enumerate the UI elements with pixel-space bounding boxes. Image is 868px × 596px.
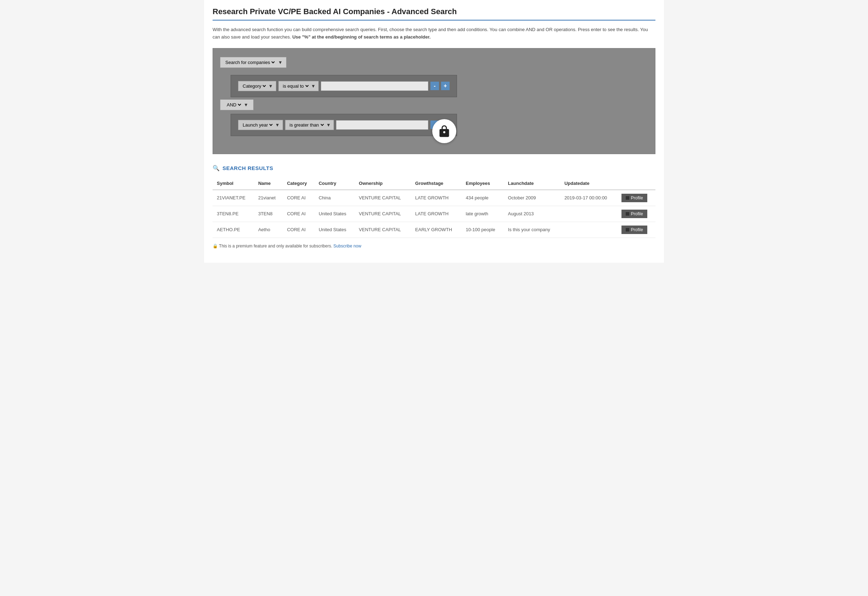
condition-2-operator-dropdown[interactable]: is greater than <box>288 122 325 128</box>
col-name: Name <box>254 177 283 190</box>
results-tbody: 21VIANET.PE21vianetCORE AIChinaVENTURE C… <box>213 190 655 238</box>
table-row: AETHO.PEAethoCORE AIUnited StatesVENTURE… <box>213 222 655 238</box>
and-or-dropdown[interactable]: AND <box>225 102 242 108</box>
search-type-dropdown[interactable]: Search for companies <box>224 59 276 65</box>
cell-1: Aetho <box>254 222 283 238</box>
condition-2-field-dropdown[interactable]: Launch year <box>241 122 274 128</box>
cell-2: CORE AI <box>282 222 315 238</box>
cell-3: United States <box>315 222 355 238</box>
cell-action: Profile <box>617 190 655 206</box>
cell-4: VENTURE CAPITAL <box>355 206 411 222</box>
search-panel: Search for companies ▼ Category ▼ is equ… <box>213 48 655 154</box>
results-header: 🔍 SEARCH RESULTS <box>213 165 655 171</box>
condition-2-operator-selector[interactable]: is greater than ▼ <box>285 120 334 130</box>
condition-block-2: Launch year ▼ is greater than ▼ 2017 - + <box>231 114 457 136</box>
cell-3: China <box>315 190 355 206</box>
col-ownership: Ownership <box>355 177 411 190</box>
cell-4: VENTURE CAPITAL <box>355 190 411 206</box>
search-icon: 🔍 <box>213 165 220 171</box>
col-country: Country <box>315 177 355 190</box>
profile-btn-icon <box>626 228 629 232</box>
search-type-row: Search for companies ▼ <box>220 57 648 68</box>
cell-5: LATE GROWTH <box>411 206 461 222</box>
condition-2-value-input[interactable]: 2017 <box>339 122 425 128</box>
field-dropdown-arrow: ▼ <box>268 83 273 89</box>
results-table: Symbol Name Category Country Ownership G… <box>213 177 655 238</box>
premium-notice: 🔒 This is a premium feature and only ava… <box>213 243 655 248</box>
field-2-dropdown-arrow: ▼ <box>275 122 280 128</box>
cell-7: October 2009 <box>504 190 560 206</box>
condition-1-operator-selector[interactable]: is equal to ▼ <box>278 81 319 91</box>
subscribe-link[interactable]: Subscribe now <box>334 243 361 248</box>
table-row: 21VIANET.PE21vianetCORE AIChinaVENTURE C… <box>213 190 655 206</box>
col-category: Category <box>282 177 315 190</box>
cell-2: CORE AI <box>282 190 315 206</box>
table-row: 3TEN8.PE3TEN8CORE AIUnited StatesVENTURE… <box>213 206 655 222</box>
cell-action: Profile <box>617 206 655 222</box>
condition-block-1: Category ▼ is equal to ▼ CORE AI - + <box>231 75 457 97</box>
col-updatedate: Updatedate <box>560 177 617 190</box>
col-launchdate: Launchdate <box>504 177 560 190</box>
cell-8: 2019-03-17 00:00:00 <box>560 190 617 206</box>
dropdown-arrow-icon: ▼ <box>278 60 282 65</box>
op-dropdown-arrow: ▼ <box>311 83 315 89</box>
op-2-dropdown-arrow: ▼ <box>326 122 331 128</box>
cell-0: 21VIANET.PE <box>213 190 254 206</box>
condition-1-operator-dropdown[interactable]: is equal to <box>282 83 310 89</box>
col-action <box>617 177 655 190</box>
condition-2-value-field[interactable]: 2017 <box>336 120 428 130</box>
cell-0: AETHO.PE <box>213 222 254 238</box>
cell-5: EARLY GROWTH <box>411 222 461 238</box>
condition-row-1: Category ▼ is equal to ▼ CORE AI - + <box>238 81 450 91</box>
table-header: Symbol Name Category Country Ownership G… <box>213 177 655 190</box>
cell-1: 21vianet <box>254 190 283 206</box>
connector-dropdown-arrow: ▼ <box>244 102 248 108</box>
condition-2-field-selector[interactable]: Launch year ▼ <box>238 120 283 130</box>
cell-7: August 2013 <box>504 206 560 222</box>
condition-1-value-field[interactable]: CORE AI <box>321 81 428 91</box>
table-header-row: Symbol Name Category Country Ownership G… <box>213 177 655 190</box>
cell-6: 434 people <box>461 190 504 206</box>
and-connector: AND ▼ <box>220 99 648 110</box>
profile-btn-icon <box>626 212 629 215</box>
cell-5: LATE GROWTH <box>411 190 461 206</box>
profile-button[interactable]: Profile <box>621 209 647 218</box>
and-or-selector[interactable]: AND ▼ <box>220 99 254 110</box>
col-employees: Employees <box>461 177 504 190</box>
cell-6: late growth <box>461 206 504 222</box>
page-description: With the advanced search function you ca… <box>213 26 655 41</box>
search-type-selector[interactable]: Search for companies ▼ <box>220 57 287 68</box>
cell-action: Profile <box>617 222 655 238</box>
cell-8 <box>560 206 617 222</box>
cell-3: United States <box>315 206 355 222</box>
condition-row-2: Launch year ▼ is greater than ▼ 2017 - + <box>238 120 450 130</box>
cell-7: Is this your company <box>504 222 560 238</box>
cell-2: CORE AI <box>282 206 315 222</box>
condition-1-field-dropdown[interactable]: Category <box>241 83 267 89</box>
condition-1-field-selector[interactable]: Category ▼ <box>238 81 276 91</box>
cell-6: 10-100 people <box>461 222 504 238</box>
cell-0: 3TEN8.PE <box>213 206 254 222</box>
condition-1-value-input[interactable]: CORE AI <box>324 83 425 89</box>
condition-1-plus-button[interactable]: + <box>441 82 450 90</box>
cell-8 <box>560 222 617 238</box>
col-symbol: Symbol <box>213 177 254 190</box>
profile-button[interactable]: Profile <box>621 194 647 202</box>
cell-1: 3TEN8 <box>254 206 283 222</box>
results-header-text: SEARCH RESULTS <box>222 165 273 171</box>
lock-icon <box>438 125 451 137</box>
profile-btn-icon <box>626 196 629 200</box>
condition-1-minus-button[interactable]: - <box>430 82 439 90</box>
col-growthstage: Growthstage <box>411 177 461 190</box>
lock-overlay <box>432 119 456 143</box>
cell-4: VENTURE CAPITAL <box>355 222 411 238</box>
page-title: Research Private VC/PE Backed AI Compani… <box>213 7 655 21</box>
profile-button[interactable]: Profile <box>621 226 647 234</box>
